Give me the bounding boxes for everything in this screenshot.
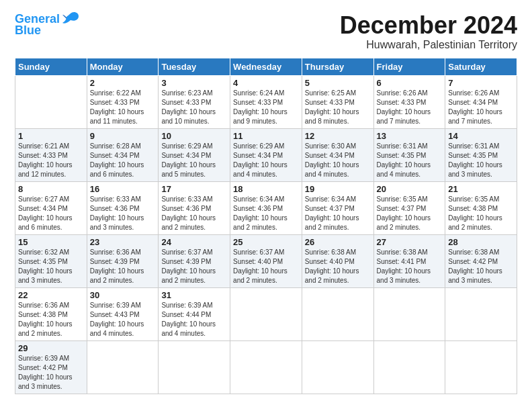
day-info: Sunrise: 6:35 AMSunset: 4:38 PMDaylight:… [448, 195, 502, 231]
table-row [373, 340, 445, 394]
calendar-row: 15 Sunrise: 6:32 AMSunset: 4:35 PMDaylig… [15, 234, 517, 287]
table-row: 11 Sunrise: 6:29 AMSunset: 4:34 PMDaylig… [230, 128, 302, 181]
day-info: Sunrise: 6:28 AMSunset: 4:34 PMDaylight:… [90, 142, 144, 178]
table-row: 13 Sunrise: 6:31 AMSunset: 4:35 PMDaylig… [373, 128, 445, 181]
logo-blue-text: Blue [15, 24, 41, 38]
table-row: 19 Sunrise: 6:34 AMSunset: 4:37 PMDaylig… [302, 181, 373, 234]
table-row: 24 Sunrise: 6:37 AMSunset: 4:39 PMDaylig… [159, 234, 230, 287]
page-subtitle: Huwwarah, Palestinian Territory [340, 39, 517, 51]
day-info: Sunrise: 6:34 AMSunset: 4:36 PMDaylight:… [233, 195, 287, 231]
table-row [373, 287, 445, 340]
table-row [230, 287, 302, 340]
calendar-header-row: Sunday Monday Tuesday Wednesday Thursday… [15, 58, 517, 75]
day-number: 23 [90, 237, 156, 247]
table-row: 10 Sunrise: 6:29 AMSunset: 4:34 PMDaylig… [159, 128, 230, 181]
day-info: Sunrise: 6:37 AMSunset: 4:40 PMDaylight:… [233, 248, 287, 284]
day-info: Sunrise: 6:26 AMSunset: 4:33 PMDaylight:… [377, 89, 431, 125]
table-row: 6 Sunrise: 6:26 AMSunset: 4:33 PMDayligh… [373, 75, 445, 128]
day-info: Sunrise: 6:22 AMSunset: 4:33 PMDaylight:… [90, 89, 144, 125]
day-number: 28 [448, 237, 514, 247]
table-row: 26 Sunrise: 6:38 AMSunset: 4:40 PMDaylig… [302, 234, 373, 287]
day-info: Sunrise: 6:25 AMSunset: 4:33 PMDaylight:… [305, 89, 359, 125]
table-row: 18 Sunrise: 6:34 AMSunset: 4:36 PMDaylig… [230, 181, 302, 234]
page-title: December 2024 [340, 12, 517, 39]
table-row: 8 Sunrise: 6:27 AMSunset: 4:34 PMDayligh… [15, 181, 87, 234]
table-row [302, 287, 373, 340]
day-number: 17 [161, 184, 227, 194]
table-row: 23 Sunrise: 6:36 AMSunset: 4:39 PMDaylig… [87, 234, 159, 287]
day-info: Sunrise: 6:36 AMSunset: 4:38 PMDaylight:… [18, 302, 73, 337]
day-info: Sunrise: 6:33 AMSunset: 4:36 PMDaylight:… [161, 195, 216, 231]
day-info: Sunrise: 6:23 AMSunset: 4:33 PMDaylight:… [161, 89, 216, 125]
col-thursday: Thursday [302, 58, 373, 75]
day-number: 24 [161, 237, 227, 247]
table-row: 21 Sunrise: 6:35 AMSunset: 4:38 PMDaylig… [445, 181, 517, 234]
table-row: 7 Sunrise: 6:26 AMSunset: 4:34 PMDayligh… [445, 75, 517, 128]
day-number: 3 [161, 78, 227, 88]
calendar-table: Sunday Monday Tuesday Wednesday Thursday… [15, 58, 517, 394]
table-row: 2 Sunrise: 6:22 AMSunset: 4:33 PMDayligh… [87, 75, 159, 128]
logo-bird-icon [61, 11, 80, 27]
day-number: 13 [377, 131, 443, 141]
calendar-row: 1 Sunrise: 6:21 AMSunset: 4:33 PMDayligh… [15, 128, 517, 181]
day-number: 26 [305, 237, 371, 247]
day-info: Sunrise: 6:39 AMSunset: 4:42 PMDaylight:… [18, 355, 73, 390]
day-info: Sunrise: 6:21 AMSunset: 4:33 PMDaylight:… [18, 142, 73, 178]
day-number: 8 [18, 184, 84, 194]
table-row [230, 340, 302, 394]
table-row: 25 Sunrise: 6:37 AMSunset: 4:40 PMDaylig… [230, 234, 302, 287]
table-row: 12 Sunrise: 6:30 AMSunset: 4:34 PMDaylig… [302, 128, 373, 181]
table-row [445, 340, 517, 394]
day-info: Sunrise: 6:29 AMSunset: 4:34 PMDaylight:… [161, 142, 216, 178]
day-info: Sunrise: 6:38 AMSunset: 4:42 PMDaylight:… [448, 248, 502, 284]
day-info: Sunrise: 6:30 AMSunset: 4:34 PMDaylight:… [305, 142, 359, 178]
col-saturday: Saturday [445, 58, 517, 75]
day-info: Sunrise: 6:24 AMSunset: 4:33 PMDaylight:… [233, 89, 287, 125]
day-number: 14 [448, 131, 514, 141]
table-row: 3 Sunrise: 6:23 AMSunset: 4:33 PMDayligh… [159, 75, 230, 128]
day-info: Sunrise: 6:29 AMSunset: 4:34 PMDaylight:… [233, 142, 287, 178]
day-number: 31 [161, 290, 227, 300]
day-number: 9 [90, 131, 156, 141]
day-info: Sunrise: 6:38 AMSunset: 4:40 PMDaylight:… [305, 248, 359, 284]
col-friday: Friday [373, 58, 445, 75]
col-wednesday: Wednesday [230, 58, 302, 75]
table-row: 9 Sunrise: 6:28 AMSunset: 4:34 PMDayligh… [87, 128, 159, 181]
day-number: 30 [90, 290, 156, 300]
table-row: 1 Sunrise: 6:21 AMSunset: 4:33 PMDayligh… [15, 128, 87, 181]
table-row: 5 Sunrise: 6:25 AMSunset: 4:33 PMDayligh… [302, 75, 373, 128]
calendar-row: 8 Sunrise: 6:27 AMSunset: 4:34 PMDayligh… [15, 181, 517, 234]
day-number: 20 [377, 184, 443, 194]
table-row [302, 340, 373, 394]
logo: General Blue [15, 12, 80, 38]
day-number: 2 [90, 78, 156, 88]
table-row [159, 340, 230, 394]
calendar-row: 2 Sunrise: 6:22 AMSunset: 4:33 PMDayligh… [15, 75, 517, 128]
col-tuesday: Tuesday [159, 58, 230, 75]
day-number: 19 [305, 184, 371, 194]
day-number: 29 [18, 343, 84, 353]
day-info: Sunrise: 6:38 AMSunset: 4:41 PMDaylight:… [377, 248, 431, 284]
table-row [15, 75, 87, 128]
header: General Blue December 2024 Huwwarah, Pal… [15, 12, 517, 51]
table-row [445, 287, 517, 340]
day-number: 16 [90, 184, 156, 194]
page: General Blue December 2024 Huwwarah, Pal… [0, 0, 532, 411]
table-row: 17 Sunrise: 6:33 AMSunset: 4:36 PMDaylig… [159, 181, 230, 234]
day-number: 10 [161, 131, 227, 141]
col-monday: Monday [87, 58, 159, 75]
day-number: 11 [233, 131, 299, 141]
day-number: 25 [233, 237, 299, 247]
col-sunday: Sunday [15, 58, 87, 75]
day-number: 18 [233, 184, 299, 194]
day-info: Sunrise: 6:39 AMSunset: 4:43 PMDaylight:… [90, 302, 144, 337]
day-info: Sunrise: 6:37 AMSunset: 4:39 PMDaylight:… [161, 248, 216, 284]
table-row: 22 Sunrise: 6:36 AMSunset: 4:38 PMDaylig… [15, 287, 87, 340]
day-info: Sunrise: 6:31 AMSunset: 4:35 PMDaylight:… [448, 142, 502, 178]
table-row: 16 Sunrise: 6:33 AMSunset: 4:36 PMDaylig… [87, 181, 159, 234]
day-info: Sunrise: 6:32 AMSunset: 4:35 PMDaylight:… [18, 248, 73, 284]
day-number: 27 [377, 237, 443, 247]
day-info: Sunrise: 6:33 AMSunset: 4:36 PMDaylight:… [90, 195, 144, 231]
table-row: 28 Sunrise: 6:38 AMSunset: 4:42 PMDaylig… [445, 234, 517, 287]
day-number: 12 [305, 131, 371, 141]
